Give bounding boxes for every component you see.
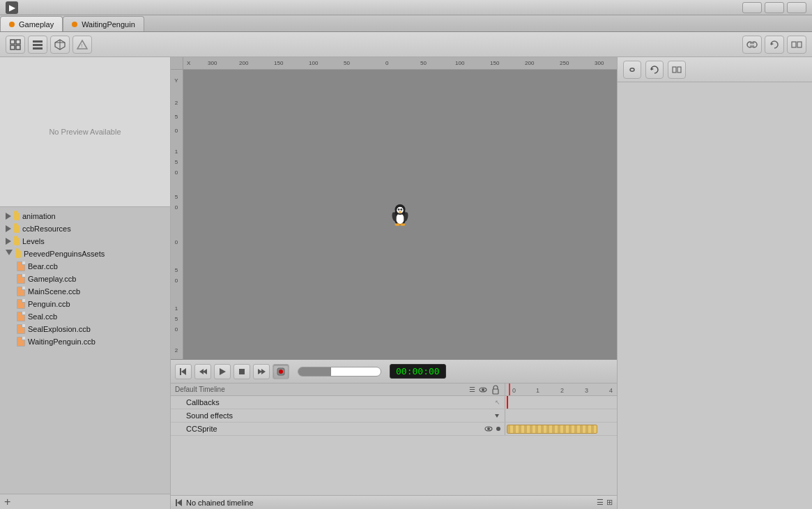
timeline-record-button[interactable]	[273, 364, 289, 379]
svg-text:1: 1	[536, 387, 539, 394]
toolbar-warning-button[interactable]: !	[72, 36, 92, 54]
toolbar-grid-button[interactable]	[6, 36, 25, 54]
svg-marker-71	[261, 369, 266, 374]
svg-text:1: 1	[175, 305, 178, 312]
preview-text: No Preview Available	[49, 128, 121, 136]
tree-item-gameplay[interactable]: Gameplay.ccb	[0, 273, 170, 285]
sound-dropdown-icon[interactable]	[493, 412, 500, 419]
right-tool-rotate-button[interactable]	[645, 61, 664, 79]
file-gameplay-icon	[17, 274, 25, 284]
svg-text:5: 5	[175, 114, 178, 120]
right-tool-link-button[interactable]	[623, 61, 641, 79]
track-sound-content[interactable]	[505, 409, 617, 422]
track-time-header: 0 1 2 3 4 5 6 7 8 9	[505, 383, 617, 395]
svg-text:5: 5	[175, 267, 178, 273]
track-ccsprite-content[interactable]	[505, 423, 617, 435]
penguin-sprite	[390, 204, 410, 226]
cube-icon	[54, 39, 66, 50]
tab-gameplay[interactable]: Gameplay	[0, 16, 63, 31]
rewind-icon	[199, 367, 207, 376]
link-icon	[746, 39, 758, 50]
tree-item-seal-explosion[interactable]: SealExplosion.ccb	[0, 323, 170, 335]
svg-point-61	[400, 223, 406, 226]
tree-item-animation[interactable]: animation	[0, 210, 170, 222]
file-seal-icon	[17, 312, 25, 321]
timeline-bottom-grid-icon[interactable]: ⊞	[606, 498, 613, 507]
tree-item-levels[interactable]: Levels	[0, 235, 170, 248]
timeline-rewind-button[interactable]	[194, 364, 211, 379]
ruler-top: X 300 200 150 100 50 0 50 100 150 200 25…	[183, 57, 617, 70]
tree-item-ccbresources[interactable]: ccbResources	[0, 222, 170, 235]
eye-icon-header[interactable]	[478, 385, 488, 395]
file-seal-explosion-icon	[17, 324, 25, 334]
toolbar-cube-button[interactable]	[50, 36, 70, 54]
timeline-ruler-svg: 0 1 2 3 4 5 6 7 8 9	[508, 383, 617, 395]
list-icon-header[interactable]: ☰	[469, 386, 475, 393]
timeline-play-button[interactable]	[214, 364, 231, 379]
tree-item-seal[interactable]: Seal.ccb	[0, 310, 170, 323]
timeline-stop-button[interactable]	[233, 364, 250, 379]
right-rotate-icon	[649, 64, 660, 75]
cursor-indicator: ↖	[495, 399, 500, 406]
track-ccsprite-eye-icon[interactable]	[484, 424, 493, 434]
window-minimize-button[interactable]	[742, 2, 762, 13]
svg-marker-17	[771, 43, 774, 45]
svg-text:100: 100	[309, 60, 319, 66]
timeline-skip-back-button[interactable]	[175, 364, 192, 379]
svg-text:0: 0	[175, 239, 178, 245]
svg-text:0: 0	[175, 358, 178, 359]
svg-rect-0	[10, 40, 15, 44]
svg-marker-65	[181, 368, 186, 375]
canvas-area[interactable]	[183, 70, 617, 359]
track-callbacks-content[interactable]	[505, 396, 617, 409]
timeline-panel: 00:00:00 Default Timeline ☰	[171, 359, 617, 509]
left-panel: No Preview Available animation ccbResour…	[0, 57, 171, 509]
rotate-icon	[769, 39, 780, 50]
toolbar-expand-button[interactable]	[787, 36, 806, 54]
tab-waiting-penguin[interactable]: WaitingPenguin	[63, 16, 144, 31]
right-panel-body	[618, 82, 812, 509]
skip-back-small-icon	[175, 499, 183, 507]
main-layout: No Preview Available animation ccbResour…	[0, 57, 812, 509]
svg-point-56	[400, 208, 402, 211]
add-file-button[interactable]: +	[4, 496, 10, 508]
track-sound-icons	[493, 412, 500, 419]
svg-text:Y: Y	[174, 77, 178, 84]
tree-item-mainscene[interactable]: MainScene.ccb	[0, 285, 170, 298]
toolbar-link-button[interactable]	[742, 36, 762, 54]
tab-waiting-penguin-dot	[72, 22, 77, 27]
toolbar-list-button[interactable]	[28, 36, 47, 54]
right-tool-expand-button[interactable]	[668, 61, 686, 79]
svg-text:1: 1	[175, 149, 178, 155]
svg-text:0: 0	[175, 326, 178, 333]
tree-item-waiting-penguin[interactable]: WaitingPenguin.ccb	[0, 335, 170, 348]
svg-text:50: 50	[344, 60, 350, 66]
svg-marker-93	[651, 68, 654, 70]
svg-rect-5	[33, 44, 43, 46]
right-toolbar	[618, 57, 812, 82]
timeline-bottom-list-icon[interactable]: ☰	[597, 498, 604, 507]
tree-item-peeved-penguins[interactable]: PeevedPenguinsAssets	[0, 248, 170, 260]
file-waiting-penguin-label: WaitingPenguin.ccb	[28, 337, 95, 346]
toolbar-rotate-button[interactable]	[765, 36, 784, 54]
folder-levels-triangle-icon	[6, 238, 11, 245]
chained-timeline-label: No chained timeline	[186, 499, 254, 507]
skip-back-icon	[179, 367, 187, 376]
expand-icon	[791, 39, 802, 50]
timeline-header-icons: ☰	[469, 385, 500, 395]
timeline-fast-forward-button[interactable]	[253, 364, 270, 379]
svg-rect-1	[16, 40, 20, 44]
svg-marker-68	[220, 368, 226, 375]
svg-text:150: 150	[490, 60, 500, 66]
lock-icon-header[interactable]	[491, 385, 500, 395]
track-callbacks-text: Callbacks	[186, 398, 220, 407]
timeline-playhead[interactable]	[507, 396, 508, 409]
timeline-name-label: Default Timeline	[175, 386, 225, 393]
window-maximize-button[interactable]	[765, 2, 784, 13]
timeline-zoom-slider[interactable]	[298, 367, 381, 377]
tree-item-penguin[interactable]: Penguin.ccb	[0, 298, 170, 310]
svg-text:0: 0	[385, 60, 389, 66]
tree-item-bear[interactable]: Bear.ccb	[0, 260, 170, 273]
timeline-header: Default Timeline ☰	[171, 383, 617, 396]
window-close-button[interactable]	[787, 2, 806, 13]
